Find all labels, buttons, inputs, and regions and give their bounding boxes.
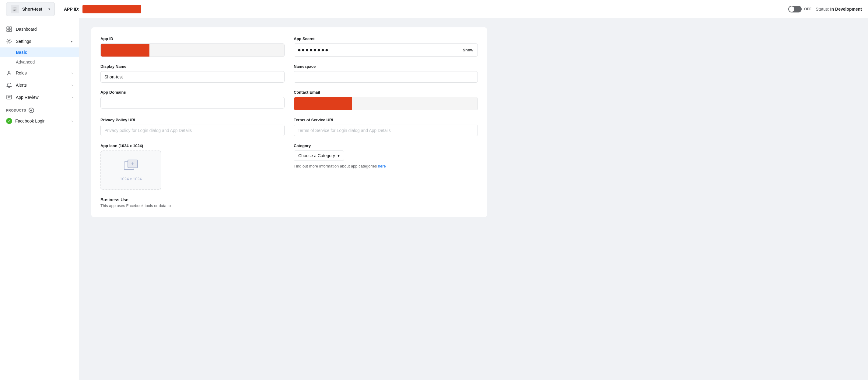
- topbar-right: OFF Status: In Development: [788, 6, 862, 12]
- namespace-input[interactable]: [294, 71, 478, 83]
- app-review-icon: [6, 94, 12, 100]
- sidebar-item-app-review[interactable]: App Review ›: [0, 91, 79, 103]
- choose-category-button[interactable]: Choose a Category ▾: [294, 150, 344, 161]
- sidebar-item-facebook-login[interactable]: ✓ Facebook Login ›: [0, 115, 79, 127]
- contact-email-label: Contact Email: [294, 90, 478, 95]
- dashboard-icon: [6, 26, 12, 32]
- sidebar-item-alerts[interactable]: Alerts ›: [0, 79, 79, 91]
- choose-category-label: Choose a Category: [298, 153, 335, 158]
- app-name: Short-test: [22, 7, 45, 11]
- app-icon-size-text: 1024 x 1024: [120, 177, 142, 181]
- svg-point-5: [8, 40, 10, 42]
- app-id-value: [83, 5, 141, 13]
- svg-rect-2: [9, 27, 11, 29]
- alerts-chevron-icon: ›: [71, 83, 73, 87]
- form-group-display-name: Display Name: [100, 64, 285, 83]
- svg-rect-1: [7, 27, 9, 29]
- app-secret-display: ●●●●●●●● Show: [294, 43, 478, 57]
- display-name-input[interactable]: [100, 71, 285, 83]
- roles-label: Roles: [16, 71, 68, 75]
- basic-label: Basic: [16, 50, 27, 55]
- terms-of-service-label: Terms of Service URL: [294, 118, 478, 122]
- app-review-chevron-icon: ›: [71, 96, 73, 99]
- alerts-label: Alerts: [16, 83, 68, 88]
- layout: Dashboard Settings ▾ Basic Advanced: [0, 18, 868, 380]
- terms-of-service-input[interactable]: [294, 125, 478, 136]
- alerts-icon: [6, 82, 12, 88]
- facebook-login-chevron-icon: ›: [71, 119, 73, 123]
- form-group-contact-email: Contact Email: [294, 90, 478, 110]
- category-label: Category: [294, 143, 478, 148]
- app-icon-label: App Icon (1024 x 1024): [100, 143, 285, 148]
- app-secret-dots: ●●●●●●●●: [294, 44, 458, 56]
- form-group-namespace: Namespace: [294, 64, 478, 83]
- business-use-section: Business Use This app uses Facebook tool…: [100, 197, 478, 208]
- app-id-colored-block: [101, 44, 149, 57]
- facebook-login-label: Facebook Login: [15, 118, 68, 124]
- app-secret-label: App Secret: [294, 36, 478, 41]
- app-review-label: App Review: [16, 95, 68, 100]
- category-info: Find out more information about app cate…: [294, 164, 478, 168]
- business-use-title: Business Use: [100, 197, 478, 202]
- form-group-app-secret: App Secret ●●●●●●●● Show: [294, 36, 478, 57]
- topbar: Short-test ▾ APP ID: OFF Status: In Deve…: [0, 0, 868, 18]
- svg-point-6: [8, 71, 10, 73]
- form-group-app-id: App ID: [100, 36, 285, 57]
- business-use-desc: This app uses Facebook tools or data to: [100, 203, 478, 208]
- privacy-policy-input[interactable]: [100, 125, 285, 136]
- check-icon: ✓: [6, 118, 12, 124]
- app-id-label: App ID: [100, 36, 285, 41]
- show-secret-button[interactable]: Show: [458, 45, 477, 55]
- app-id-label: APP ID:: [64, 7, 80, 11]
- main-content: App ID App Secret ●●●●●●●● Show: [79, 18, 868, 380]
- settings-label: Settings: [16, 39, 67, 44]
- status-text: Status: In Development: [816, 7, 862, 11]
- sidebar-sub-item-advanced[interactable]: Advanced: [0, 57, 79, 67]
- app-icon-upload[interactable]: 1024 x 1024: [100, 150, 161, 190]
- chevron-down-icon: ▾: [49, 7, 50, 11]
- form-row-2: Display Name Namespace: [100, 64, 478, 83]
- contact-email-rest-block: [352, 97, 477, 110]
- toggle-label: OFF: [804, 7, 811, 11]
- settings-chevron-icon: ▾: [71, 39, 73, 43]
- category-chevron-icon: ▾: [338, 153, 340, 158]
- form-group-terms-of-service: Terms of Service URL: [294, 118, 478, 136]
- svg-rect-3: [7, 30, 9, 32]
- sidebar-item-dashboard[interactable]: Dashboard: [0, 23, 79, 35]
- live-toggle[interactable]: [788, 6, 802, 12]
- sidebar-item-roles[interactable]: Roles ›: [0, 67, 79, 79]
- sidebar: Dashboard Settings ▾ Basic Advanced: [0, 18, 79, 380]
- svg-rect-4: [9, 30, 11, 32]
- roles-icon: [6, 70, 12, 76]
- products-label: PRODUCTS: [6, 108, 26, 112]
- app-selector[interactable]: Short-test ▾: [6, 2, 55, 16]
- sidebar-item-settings[interactable]: Settings ▾: [0, 35, 79, 47]
- privacy-policy-label: Privacy Policy URL: [100, 118, 285, 122]
- form-row-1: App ID App Secret ●●●●●●●● Show: [100, 36, 478, 57]
- app-id-display: [100, 43, 285, 57]
- app-domains-label: App Domains: [100, 90, 285, 95]
- content-card: App ID App Secret ●●●●●●●● Show: [91, 27, 487, 217]
- status-value: In Development: [830, 7, 862, 11]
- form-row-4: Privacy Policy URL Terms of Service URL: [100, 118, 478, 136]
- app-id-rest-block: [149, 44, 284, 57]
- contact-email-display: [294, 97, 478, 110]
- form-row-5: App Icon (1024 x 1024) 1024 x 1024: [100, 143, 478, 190]
- form-group-category: Category Choose a Category ▾ Find out mo…: [294, 143, 478, 190]
- app-domains-input[interactable]: [100, 97, 285, 108]
- roles-chevron-icon: ›: [71, 71, 73, 75]
- category-info-link[interactable]: here: [378, 164, 386, 168]
- sidebar-sub-item-basic[interactable]: Basic: [0, 47, 79, 57]
- svg-rect-7: [7, 95, 11, 99]
- status-label: Status:: [816, 7, 829, 11]
- dashboard-label: Dashboard: [16, 27, 73, 32]
- settings-icon: [6, 38, 12, 44]
- form-group-app-icon: App Icon (1024 x 1024) 1024 x 1024: [100, 143, 285, 190]
- app-id-section: APP ID:: [64, 5, 141, 13]
- products-section: PRODUCTS +: [0, 103, 79, 115]
- namespace-label: Namespace: [294, 64, 478, 69]
- add-product-button[interactable]: +: [29, 108, 34, 113]
- advanced-label: Advanced: [16, 60, 35, 64]
- contact-email-colored-block: [294, 97, 352, 110]
- app-icon: [11, 5, 19, 13]
